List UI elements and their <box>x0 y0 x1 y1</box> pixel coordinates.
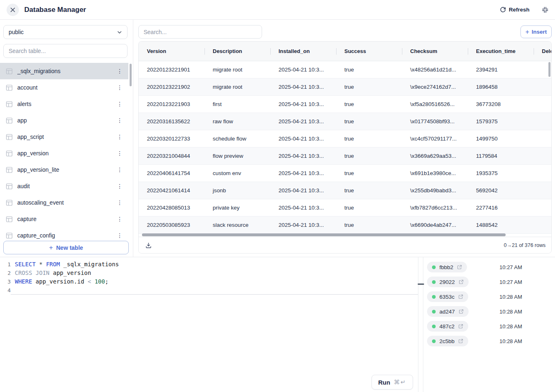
column-header[interactable]: Installed_on <box>270 48 336 54</box>
grid-search-input[interactable] <box>138 25 262 39</box>
cell-version: 20220503085923 <box>139 222 204 228</box>
cell-installed-on: 2025-04-21 10:3... <box>270 153 336 159</box>
table-row[interactable]: 20220421061414 jsonb 2025-04-21 10:3... … <box>139 182 551 199</box>
column-header[interactable]: Success <box>336 48 402 54</box>
status-dot-icon <box>432 310 436 314</box>
query-pill[interactable]: 6353c <box>427 291 468 302</box>
sidebar-table-item[interactable]: app_version ⋮ <box>0 145 128 161</box>
open-query-button[interactable] <box>457 265 462 270</box>
horizontal-scrollbar[interactable] <box>142 233 506 236</box>
cell-checksum: \x01774508bf93... <box>402 118 468 125</box>
code-line[interactable]: 2CROSS JOIN app_version <box>0 269 418 277</box>
cell-success: true <box>336 84 402 90</box>
query-pill[interactable]: 2c5bb <box>427 336 468 346</box>
table-row[interactable]: 20220123221901 migrate root 2025-04-21 1… <box>139 61 551 78</box>
table-name: autoscaling_event <box>17 199 111 206</box>
open-query-button[interactable] <box>458 339 463 344</box>
sidebar-table-item[interactable]: autoscaling_event ⋮ <box>0 194 128 211</box>
vertical-scrollbar[interactable] <box>548 62 550 77</box>
cell-version: 20220421061414 <box>139 187 204 194</box>
query-pill[interactable]: fbbb2 <box>427 262 467 272</box>
cell-description: raw flow <box>204 118 270 125</box>
cell-checksum: \x3669a629aa53... <box>402 153 468 159</box>
code-text <box>11 286 418 295</box>
table-row[interactable]: 20220321004844 flow preview 2025-04-21 1… <box>139 148 551 165</box>
table-footer: 0→21 of 376 rows <box>139 237 551 253</box>
code-line[interactable]: 1SELECT * FROM _sqlx_migrations <box>0 260 418 269</box>
cell-installed-on: 2025-04-21 10:3... <box>270 136 336 142</box>
cell-version: 20220123221901 <box>139 67 204 73</box>
table-row[interactable]: 20220123221903 first 2025-04-21 10:3... … <box>139 96 551 113</box>
column-header[interactable]: Description <box>204 48 270 54</box>
run-label: Run <box>378 379 390 386</box>
table-menu-button[interactable]: ⋮ <box>116 83 123 92</box>
splitter-handle-icon[interactable] <box>418 284 424 285</box>
sidebar-table-item[interactable]: app_version_lite ⋮ <box>0 161 128 178</box>
table-menu-button[interactable]: ⋮ <box>116 198 123 207</box>
column-header[interactable]: Dele <box>534 48 552 54</box>
table-row[interactable]: 20220320122733 schedule flow 2025-04-21 … <box>139 130 551 148</box>
external-link-icon <box>458 339 463 344</box>
collapse-button[interactable] <box>542 7 548 13</box>
column-header[interactable]: Execution_time <box>468 48 534 54</box>
table-menu-button[interactable]: ⋮ <box>116 231 123 240</box>
table-row[interactable]: 20220503085923 slack resource 2025-04-21… <box>139 217 551 234</box>
query-pill[interactable]: 29022 <box>427 277 469 287</box>
sidebar-table-item[interactable]: audit ⋮ <box>0 178 128 194</box>
code-line[interactable]: 3WHERE app_version.id < 100; <box>0 277 418 286</box>
close-button[interactable] <box>7 4 19 16</box>
column-header[interactable]: Checksum <box>402 48 468 54</box>
table-menu-button[interactable]: ⋮ <box>116 67 123 76</box>
new-table-button[interactable]: + New table <box>3 241 129 254</box>
query-pill[interactable]: 487c2 <box>427 321 468 332</box>
cell-success: true <box>336 101 402 107</box>
column-header[interactable]: Version <box>139 48 204 54</box>
schema-select[interactable]: public <box>3 25 128 39</box>
status-dot-icon <box>432 265 436 269</box>
open-query-button[interactable] <box>458 324 463 329</box>
table-row[interactable]: 20220316135622 raw flow 2025-04-21 10:3.… <box>139 113 551 130</box>
sql-editor[interactable]: 1SELECT * FROM _sqlx_migrations2CROSS JO… <box>0 257 418 392</box>
table-menu-button[interactable]: ⋮ <box>116 182 123 191</box>
table-menu-button[interactable]: ⋮ <box>116 99 123 108</box>
cell-checksum: \x9ece274162d7... <box>402 84 468 90</box>
sidebar-table-item[interactable]: app_script ⋮ <box>0 129 128 145</box>
cell-execution-time: 1896458 <box>468 84 534 90</box>
query-pill[interactable]: ad247 <box>427 306 469 317</box>
table-row[interactable]: 20220428085013 private key 2025-04-21 10… <box>139 199 551 217</box>
cell-version: 20220123221902 <box>139 84 204 90</box>
table-row[interactable]: 20220123221902 migrate root 2025-04-21 1… <box>139 78 551 96</box>
table-menu-button[interactable]: ⋮ <box>116 132 123 141</box>
table-icon <box>6 117 13 124</box>
table-search-input[interactable] <box>3 44 128 58</box>
table-row[interactable]: 20220406141754 custom env 2025-04-21 10:… <box>139 165 551 182</box>
data-table: VersionDescriptionInstalled_onSuccessChe… <box>138 41 552 254</box>
sidebar-table-item[interactable]: app ⋮ <box>0 112 128 129</box>
refresh-button[interactable]: Refresh <box>500 7 529 13</box>
schema-select-value: public <box>9 29 24 35</box>
run-button[interactable]: Run ⌘↵ <box>372 375 413 390</box>
rows-count: 0→21 of 376 rows <box>504 242 546 248</box>
code-line[interactable]: 4 <box>0 286 418 295</box>
sidebar-table-item[interactable]: _sqlx_migrations ⋮ <box>0 63 128 79</box>
table-menu-button[interactable]: ⋮ <box>116 149 123 158</box>
cell-checksum: \x255db49babd3... <box>402 187 468 194</box>
sidebar-scrollbar[interactable] <box>130 64 132 86</box>
table-menu-button[interactable]: ⋮ <box>116 165 123 174</box>
sidebar-table-item[interactable]: account ⋮ <box>0 79 128 96</box>
table-menu-button[interactable]: ⋮ <box>116 116 123 125</box>
content-area: public _sqlx_migrations ⋮ account ⋮ aler… <box>0 20 555 257</box>
table-name: capture_config <box>17 232 111 239</box>
open-query-button[interactable] <box>459 309 464 314</box>
open-query-button[interactable] <box>459 279 464 284</box>
table-icon <box>6 199 13 206</box>
sidebar-table-item[interactable]: alerts ⋮ <box>0 96 128 112</box>
download-button[interactable] <box>144 241 153 249</box>
open-query-button[interactable] <box>458 294 463 299</box>
refresh-label: Refresh <box>509 7 529 13</box>
sidebar-table-item[interactable]: capture ⋮ <box>0 211 128 227</box>
cell-execution-time: 1179584 <box>468 153 534 159</box>
panel-splitter[interactable] <box>418 257 423 392</box>
table-menu-button[interactable]: ⋮ <box>116 214 123 224</box>
insert-button[interactable]: + Insert <box>520 25 552 38</box>
